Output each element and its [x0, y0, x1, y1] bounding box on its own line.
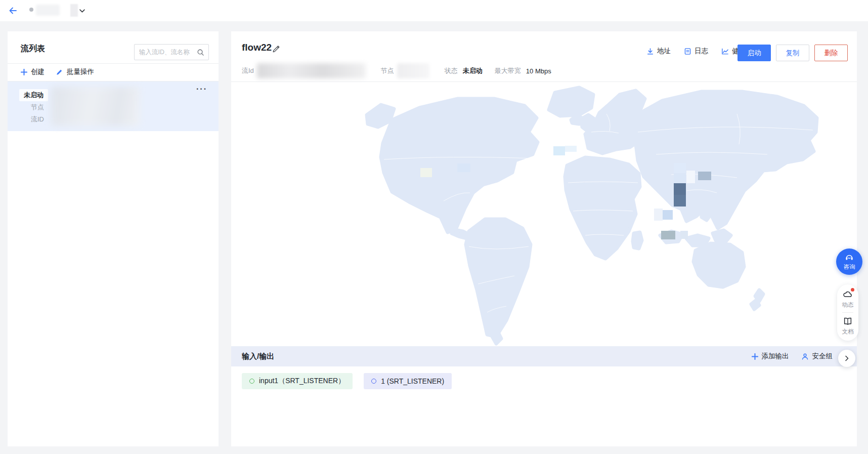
map-africa: [565, 157, 640, 259]
flow-status-badge: 未启动: [19, 89, 48, 101]
divider: [231, 81, 857, 82]
edit-flow-name-icon[interactable]: [272, 44, 281, 53]
input-status-ring-icon: [249, 379, 254, 384]
flow-detail-panel: flow22 流Id 节点 状态 未启动 最大带宽 10 Mbps 地址: [231, 31, 857, 446]
redacted-flow-id: [257, 63, 366, 78]
map-new-guinea: [713, 230, 731, 241]
map-heat-cell: [457, 163, 470, 172]
flow-id-label: 流Id: [242, 66, 254, 75]
news-label: 动态: [842, 301, 854, 309]
create-flow-label: 创建: [31, 67, 45, 76]
flow-id-label: 流ID: [18, 115, 44, 124]
news-button[interactable]: 动态: [842, 290, 854, 309]
bandwidth-label: 最大带宽: [495, 66, 521, 75]
map-philippines: [702, 206, 712, 220]
io-action-group: 添加输出 安全组: [752, 346, 833, 366]
search-icon[interactable]: [197, 49, 204, 56]
address-label: 地址: [657, 47, 671, 56]
node-label: 节点: [381, 66, 394, 75]
notification-dot: [851, 288, 854, 292]
io-section-header: 输入/输出 添加输出 安全组: [231, 346, 857, 366]
map-madagascar: [633, 232, 642, 249]
docs-button[interactable]: 文档: [842, 316, 854, 336]
redacted-node: [397, 63, 429, 78]
security-group-button[interactable]: 安全组: [801, 352, 833, 361]
map-heat-cell: [674, 163, 686, 173]
docs-book-icon: [843, 316, 853, 326]
consult-floating-button[interactable]: 咨询: [836, 249, 862, 275]
map-heat-cell: [686, 171, 695, 183]
io-tag-row: input1（SRT_LISTENER） 1 (SRT_LISTENER): [242, 373, 452, 389]
flow-list-panel: 流列表 创建 批量操作 未启动 节点 流ID ···: [8, 31, 219, 446]
map-heat-cell: [420, 168, 432, 177]
map-heat-cell: [661, 231, 675, 239]
status-label: 状态: [445, 66, 458, 75]
back-arrow-icon[interactable]: [8, 6, 18, 16]
top-bar: [0, 0, 868, 21]
chevron-down-icon[interactable]: [79, 7, 85, 14]
flow-name-title: flow22: [242, 42, 272, 53]
map-heat-cell: [674, 195, 686, 207]
map-chile-tip: [492, 333, 501, 344]
output-tag-label: 1 (SRT_LISTENER): [381, 377, 444, 385]
map-heat-cell: [698, 172, 711, 180]
map-heat-cell: [565, 146, 577, 152]
download-icon: [646, 48, 654, 55]
plus-icon: [21, 69, 27, 75]
start-button[interactable]: 启动: [737, 45, 771, 61]
item-more-menu-icon[interactable]: ···: [196, 85, 207, 94]
map-heat-cell: [674, 173, 686, 183]
status-value: 未启动: [463, 66, 483, 75]
header-link-group: 地址 日志 健康: [633, 47, 746, 56]
action-button-group: 启动 复制 删除: [737, 45, 848, 61]
person-icon: [801, 353, 809, 360]
redacted-flow-details: [51, 87, 140, 126]
flow-list-title: 流列表: [21, 44, 45, 54]
output-status-ring-icon: [371, 379, 376, 384]
io-title: 输入/输出: [242, 352, 274, 361]
plus-icon: [752, 353, 758, 360]
pencil-icon: [56, 68, 63, 75]
copy-button[interactable]: 复制: [776, 45, 809, 61]
flow-info-row: 流Id 节点 状态 未启动 最大带宽 10 Mbps: [242, 63, 551, 78]
input-tag[interactable]: input1（SRT_LISTENER）: [242, 373, 353, 389]
chevron-right-icon: [844, 355, 850, 361]
security-group-label: 安全组: [812, 352, 833, 361]
flow-list-item-selected[interactable]: 未启动 节点 流ID ···: [8, 81, 219, 131]
create-flow-button[interactable]: 创建: [21, 67, 45, 77]
redacted-selector: [70, 4, 78, 17]
map-australia: [693, 243, 744, 287]
output-tag[interactable]: 1 (SRT_LISTENER): [364, 373, 452, 389]
batch-operation-button[interactable]: 批量操作: [56, 67, 94, 77]
collapse-panel-button[interactable]: [838, 350, 855, 367]
map-uk: [581, 115, 594, 130]
map-heat-cell: [680, 231, 688, 239]
redacted-breadcrumb: [36, 5, 60, 16]
app-root: 流列表 创建 批量操作 未启动 节点 流ID ··· flow22: [0, 0, 868, 454]
headset-icon: [844, 253, 854, 263]
log-link[interactable]: 日志: [684, 47, 708, 56]
status-dot: [29, 8, 33, 12]
log-label: 日志: [695, 47, 708, 56]
batch-operation-label: 批量操作: [67, 67, 94, 76]
delete-button[interactable]: 删除: [814, 45, 848, 61]
bandwidth-value: 10 Mbps: [526, 67, 551, 75]
add-output-label: 添加输出: [762, 352, 789, 361]
docs-label: 文档: [842, 328, 854, 336]
map-heat-cell: [553, 146, 565, 155]
consult-label: 咨询: [844, 263, 855, 271]
map-heat-cell: [662, 210, 673, 220]
map-indonesia-2: [686, 235, 709, 245]
node-label: 节点: [18, 103, 44, 112]
map-new-zealand-2: [751, 300, 759, 309]
address-link[interactable]: 地址: [646, 47, 671, 56]
flow-search-input[interactable]: [139, 45, 196, 59]
health-chart-icon: [721, 48, 729, 55]
map-greenland: [549, 88, 593, 116]
map-asia: [629, 92, 817, 228]
map-heat-cell: [654, 209, 663, 221]
add-output-button[interactable]: 添加输出: [752, 352, 789, 361]
map-south-america: [466, 219, 531, 337]
world-map: [231, 84, 857, 347]
divider: [842, 312, 853, 313]
